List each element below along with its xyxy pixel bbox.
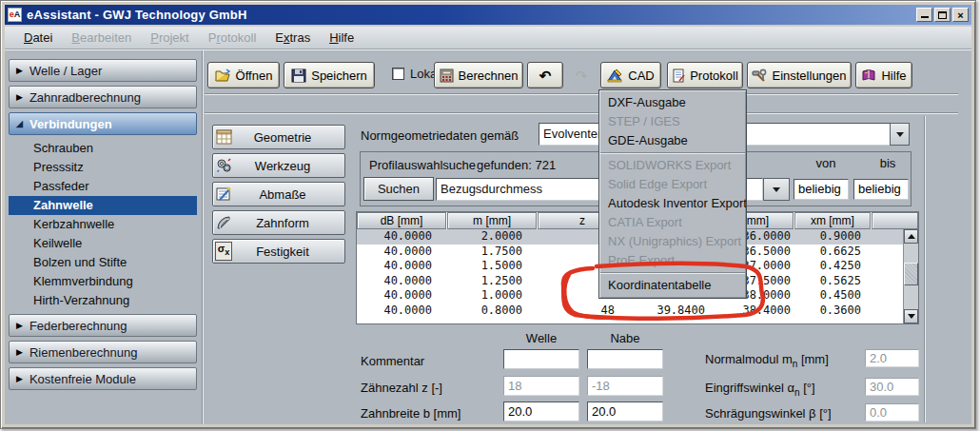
- table-cell: 40.0000: [357, 274, 447, 289]
- normalmodul-m-input: 2.0: [865, 349, 919, 367]
- app-logo-icon: eA: [8, 8, 22, 22]
- table-cell: 0.8000: [447, 304, 538, 319]
- close-icon: ×: [957, 10, 963, 21]
- table-cell: 40.0000: [357, 288, 447, 304]
- sidebar-item-keilwelle[interactable]: Keilwelle: [9, 234, 197, 253]
- sidebar-item-kerbzahnwelle[interactable]: Kerbzahnwelle: [9, 215, 197, 234]
- sidebar-item-hirth-verzahnung[interactable]: Hirth-Verzahnung: [9, 291, 197, 310]
- nabe-column-header: Nabe: [587, 331, 663, 345]
- table-cell: 1.2500: [447, 274, 538, 289]
- welle-column-header: Welle: [503, 331, 579, 345]
- cad-menu-item-gde-ausgabe[interactable]: GDE-Ausgabe: [599, 131, 746, 150]
- tab-werkzeug[interactable]: Werkzeug: [212, 153, 345, 178]
- from-input[interactable]: beliebig: [794, 179, 849, 200]
- cad-menu-item-solidworks-export: SOLIDWORKS Export: [599, 156, 746, 175]
- local-checkbox[interactable]: [392, 68, 404, 80]
- scroll-down-button[interactable]: [904, 309, 918, 323]
- cad-menu-item-step-iges: STEP / IGES: [599, 112, 746, 131]
- protocol-button[interactable]: Protokoll: [667, 62, 743, 88]
- sidebar-item-passfeder[interactable]: Passfeder: [9, 177, 197, 196]
- sidebar-item-presssitz[interactable]: Presssitz: [9, 158, 197, 177]
- minimize-icon: [921, 10, 929, 18]
- settings-button-label: Einstellungen: [772, 69, 846, 83]
- cad-menu-item-proe-export: ProE Export: [599, 251, 746, 270]
- sidebar: ▶Welle / Lager▶Zahnradberechnung◢Verbind…: [9, 50, 199, 422]
- sidebar-item-zahnwelle[interactable]: Zahnwelle: [9, 196, 197, 215]
- gearseg-icon: [213, 215, 234, 230]
- tab-geometrie[interactable]: Geometrie: [212, 125, 345, 149]
- z-hnezahl-z-welle-input: 18: [503, 376, 579, 396]
- cad-icon: [607, 69, 623, 83]
- sidebar-section-label: Welle / Lager: [29, 64, 102, 78]
- undo-icon: ↶: [539, 69, 552, 83]
- gears-icon: [213, 158, 234, 173]
- table-cell: 40.0000: [357, 304, 447, 319]
- sidebar-section-kostenfreie-module[interactable]: ▶Kostenfreie Module: [9, 367, 197, 390]
- column-header-stub: [872, 212, 919, 229]
- open-button[interactable]: Öffnen: [207, 62, 280, 88]
- table-cell: 0.4500: [794, 288, 871, 304]
- tab-label: Werkzeug: [234, 159, 331, 173]
- form-label-kommentar: Kommentar: [361, 354, 424, 368]
- sidebar-item-schrauben[interactable]: Schrauben: [9, 139, 197, 158]
- triangle-collapsed-icon: ▶: [16, 347, 23, 357]
- cad-menu-item-catia-export: CATIA Export: [599, 213, 746, 232]
- redo-button: ↷: [566, 62, 597, 88]
- app-window: eA eAssistant - GWJ Technology GmbH × Da…: [0, 0, 976, 429]
- sidebar-section-zahnradberechnung[interactable]: ▶Zahnradberechnung: [9, 86, 197, 108]
- tab-zahnform[interactable]: Zahnform: [212, 210, 345, 235]
- kommentar-welle-input[interactable]: [503, 349, 579, 369]
- norm-combobox-arrow[interactable]: [890, 123, 910, 146]
- zahnbreite-b-mm-nabe-input[interactable]: 20.0: [587, 402, 663, 421]
- cad-dropdown-menu: DXF-AusgabeSTEP / IGESGDE-AusgabeSOLIDWO…: [598, 89, 747, 299]
- sidebar-section-welle-lager[interactable]: ▶Welle / Lager: [9, 59, 197, 82]
- vertical-scrollbar[interactable]: [903, 229, 918, 323]
- tab-festigkeit[interactable]: σxFestigkeit: [212, 239, 345, 264]
- tab-abma-e[interactable]: Abmaße: [212, 182, 345, 206]
- cad-menu-item-autodesk-inventor-export[interactable]: Autodesk Inventor Export: [599, 194, 746, 213]
- sidebar-item-bolzen-und-stifte[interactable]: Bolzen und Stifte: [9, 253, 197, 272]
- menubar-item-extras[interactable]: Extras: [265, 29, 320, 47]
- close-button[interactable]: ×: [952, 8, 969, 22]
- panel-divider: [205, 112, 958, 114]
- triangle-collapsed-icon: ▶: [16, 321, 23, 330]
- criteria-combobox-arrow[interactable]: [763, 178, 790, 201]
- menu-separator: [600, 272, 745, 274]
- calculate-button[interactable]: Berechnen: [434, 62, 523, 88]
- cad-menu-item-solid-edge-export: Solid Edge Export: [599, 175, 746, 194]
- sidebar-divider: [202, 50, 204, 424]
- scrollbar-thumb[interactable]: [904, 263, 918, 285]
- menubar-item-datei[interactable]: Datei: [14, 29, 62, 47]
- to-input[interactable]: beliebig: [853, 179, 909, 200]
- table-cell: 38.4000: [718, 304, 794, 319]
- minimize-button[interactable]: [916, 8, 932, 22]
- protocol-document-icon: [672, 69, 685, 83]
- kommentar-nabe-input[interactable]: [587, 349, 663, 369]
- cad-menu-item-dxf-ausgabe[interactable]: DXF-Ausgabe: [599, 93, 746, 112]
- sidebar-item-klemmverbindung[interactable]: Klemmverbindung: [9, 272, 197, 291]
- settings-button[interactable]: Einstellungen: [747, 62, 852, 88]
- sidebar-section-federberechnung[interactable]: ▶Federberechnung: [9, 314, 197, 337]
- zahnbreite-b-mm-welle-input[interactable]: 20.0: [503, 402, 579, 421]
- menubar-item-hilfe[interactable]: Hilfe: [320, 29, 363, 47]
- maximize-button[interactable]: [934, 8, 951, 22]
- scroll-up-button[interactable]: [904, 229, 918, 244]
- undo-button[interactable]: ↶: [527, 62, 563, 88]
- sidebar-section-riemenberechnung[interactable]: ▶Riemenberechnung: [9, 341, 197, 363]
- table-row[interactable]: 40.00000.80004839.840038.40000.3600: [357, 304, 918, 319]
- protocol-button-label: Protokoll: [690, 69, 738, 83]
- menubar: DateiBearbeitenProjektProtokollExtrasHil…: [5, 27, 971, 49]
- table-cell: 40.0000: [357, 229, 447, 245]
- sidebar-section-verbindungen[interactable]: ◢Verbindungen: [9, 112, 197, 135]
- form-label-normalmodul-m: Normalmodul mn [mm]: [705, 352, 829, 369]
- save-button[interactable]: Speichern: [284, 62, 375, 88]
- cad-menu-item-koordinatentabelle[interactable]: Koordinatentabelle: [599, 276, 746, 295]
- form-label-zahnbreite-b-mm: Zahnbreite b [mm]: [361, 406, 461, 421]
- search-button[interactable]: Suchen: [363, 177, 434, 201]
- tab-label: Zahnform: [234, 216, 331, 230]
- cad-button[interactable]: CAD: [600, 62, 661, 88]
- schr-gungswinkel-input: 0.0: [865, 403, 919, 421]
- column-header-m-mm: m [mm]: [447, 212, 537, 229]
- help-button[interactable]: Hilfe: [855, 62, 912, 88]
- window-title: eAssistant - GWJ Technology GmbH: [27, 8, 247, 22]
